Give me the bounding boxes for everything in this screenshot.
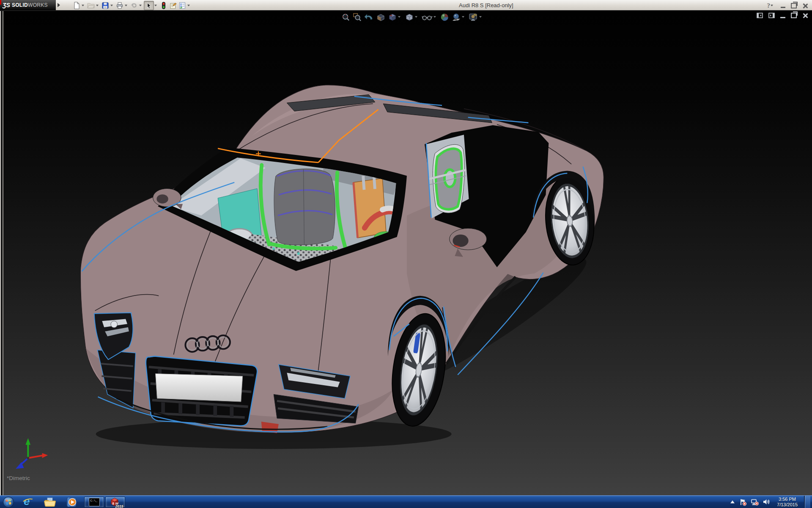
hide-show-dropdown[interactable] [433,16,436,18]
select-button[interactable] [144,1,154,10]
taskbar-clock[interactable]: 3:56 PM 7/13/2015 [777,497,798,508]
collapse-right-pane-icon[interactable] [768,12,775,19]
clock-date: 7/13/2015 [777,502,798,508]
hide-show-items-button[interactable] [421,12,438,22]
apply-scene-button[interactable] [451,12,466,22]
view-settings-button[interactable] [468,12,484,22]
display-style-button[interactable] [404,12,420,22]
save-icon [102,2,109,9]
edit-appearance-button[interactable] [440,12,450,22]
display-style-dropdown[interactable] [415,16,417,18]
restore-button[interactable] [791,3,797,8]
show-desktop-button[interactable] [804,496,810,508]
help-icon: ? [767,2,771,9]
windows-taskbar: e C:\_ [0,495,812,508]
apply-scene-dropdown[interactable] [462,16,464,18]
app-window-controls: ? [767,1,808,10]
window-title: Audi R8 S [Read-only] [459,2,513,8]
apply-scene-icon [452,13,461,22]
new-document-icon [73,2,80,9]
print-button[interactable] [115,1,124,10]
undo-button[interactable] [129,1,139,10]
reference-triad [16,438,48,469]
doc-minimize-button[interactable] [780,17,785,18]
solidworks-glyph-icon: ƷS [3,2,10,8]
undo-dropdown[interactable] [139,5,142,6]
doc-restore-button[interactable] [791,13,797,18]
collapse-left-pane-icon[interactable] [757,12,763,19]
show-hidden-icons-button[interactable] [730,500,735,505]
taskbar-item-command-prompt[interactable]: C:\_ [84,497,104,508]
help-dropdown[interactable] [771,5,773,6]
rebuild-button[interactable] [159,1,168,10]
display-style-icon [405,13,414,22]
car-model[interactable] [80,85,604,433]
select-dropdown[interactable] [154,5,157,6]
open-dropdown[interactable] [96,5,99,6]
print-icon [116,2,123,9]
view-orientation-dropdown[interactable] [398,16,401,18]
menu-expand-button[interactable] [56,1,61,9]
license-plate-blank[interactable] [155,374,242,402]
logo-red-accent [0,0,1,5]
view-orientation-button[interactable] [387,12,403,22]
select-cursor-icon [145,2,153,9]
internet-explorer-icon: e [22,497,34,508]
volume-icon[interactable] [763,498,771,505]
y-axis-arrow [25,438,30,445]
options-button[interactable] [178,1,187,10]
zoom-to-fit-icon [341,13,350,22]
zoom-to-area-icon [353,13,362,22]
options-dropdown[interactable] [187,5,190,6]
close-button[interactable] [802,3,808,8]
start-orb-icon [3,496,14,508]
driver-seat[interactable] [274,169,335,245]
zoom-to-area-button[interactable] [352,12,362,22]
command-prompt-icon: C:\_ [89,498,100,506]
file-properties-button[interactable] [168,1,178,10]
x-axis-arrow [42,453,48,458]
help-button[interactable]: ? [767,2,776,9]
document-window-controls [757,12,808,19]
minimize-button[interactable] [781,7,785,8]
section-view-button[interactable] [376,12,386,22]
taskbar-buttons: e C:\_ [0,496,125,508]
feature-manager-collapsed-strip[interactable] [0,11,3,495]
brand-light: WORKS [28,2,48,8]
start-button[interactable] [0,496,17,508]
brand-bold: SOLID [12,2,28,8]
view-orientation-icon [388,13,397,22]
model-scene[interactable] [0,11,812,495]
action-center-flag-icon[interactable] [739,498,747,506]
appearance-sphere-icon [440,13,449,22]
doc-close-button[interactable] [802,13,808,18]
app-title-bar: ƷS SOLIDWORKS [0,0,812,11]
new-dropdown[interactable] [82,5,84,6]
section-view-icon [376,13,385,22]
taskbar-item-windows-explorer[interactable] [39,496,61,508]
previous-view-button[interactable] [364,12,374,22]
view-settings-icon [469,13,478,22]
standard-toolbar [72,0,192,11]
save-dropdown[interactable] [110,5,113,6]
taskbar-item-solidworks-2015[interactable]: S W 2015 [105,497,125,508]
previous-view-icon [364,13,373,22]
open-button[interactable] [86,1,96,10]
open-icon [87,2,95,9]
taskbar-item-media-player[interactable] [61,496,83,508]
view-orientation-label: *Dimetric [7,475,30,481]
view-settings-dropdown[interactable] [479,16,482,18]
new-document-button[interactable] [72,1,81,10]
network-disconnected-icon[interactable] [751,498,759,506]
svg-text:S: S [112,502,115,505]
graphics-viewport[interactable]: *Dimetric [0,11,812,495]
heads-up-view-toolbar [341,11,484,22]
eyeglasses-icon [422,13,433,22]
save-button[interactable] [101,1,110,10]
print-dropdown[interactable] [125,5,127,6]
media-player-icon [66,497,77,508]
traffic-light-icon [160,2,167,9]
taskbar-item-internet-explorer[interactable]: e [17,496,39,508]
solidworks-2015-icon: S W 2015 [109,497,122,508]
zoom-to-fit-button[interactable] [341,12,351,22]
